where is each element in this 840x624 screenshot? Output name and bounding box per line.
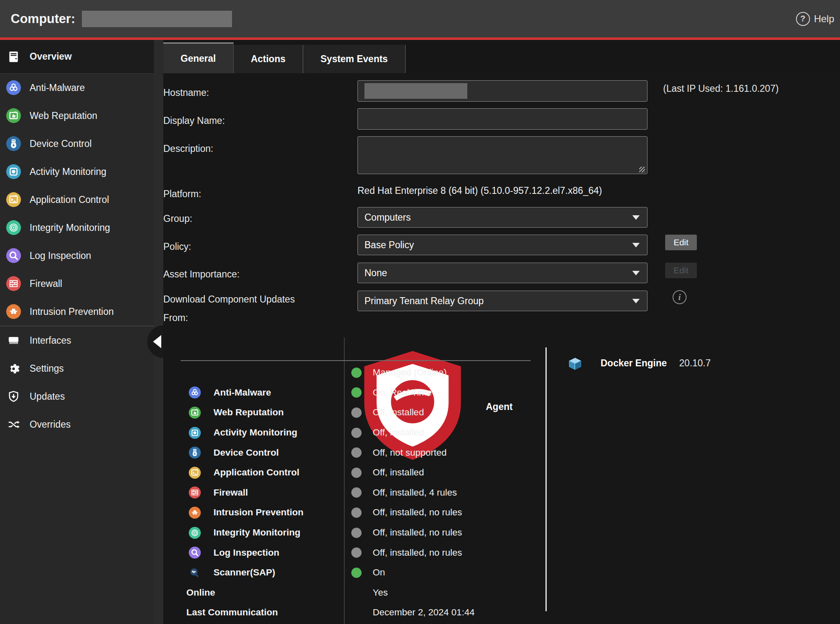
tab-general[interactable]: General — [163, 42, 234, 73]
status-row: Last CommunicationDecember 2, 2024 01:44 — [181, 603, 547, 623]
platform-label: Platform: — [163, 185, 311, 203]
policy-select[interactable]: Base Policy — [357, 235, 647, 255]
chevron-down-icon — [632, 299, 640, 303]
asset-importance-select[interactable]: None — [357, 263, 647, 283]
status-value: On — [373, 567, 385, 578]
settings-icon — [6, 361, 21, 376]
sidebar-item-web-reputation[interactable]: Web Reputation — [0, 102, 154, 130]
docker-engine-name: Docker Engine — [601, 358, 667, 369]
sidebar-item-log-inspection[interactable]: Log Inspection — [0, 242, 154, 270]
status-value: Managed (Online) — [373, 367, 447, 378]
sidebar-item-firewall[interactable]: Firewall — [0, 270, 154, 298]
device-control-icon — [6, 136, 21, 151]
sidebar-item-anti-malware[interactable]: Anti-Malware — [0, 74, 154, 102]
sidebar-item-interfaces[interactable]: Interfaces — [0, 326, 154, 354]
application-control-icon — [188, 466, 201, 479]
status-dot-gray — [351, 547, 362, 558]
sidebar-item-label: Integrity Monitoring — [30, 222, 110, 233]
docker-engine-item: Docker Engine 20.10.7 — [566, 354, 711, 372]
sidebar-item-updates[interactable]: Updates — [0, 382, 154, 410]
main-content: Hostname: (Last IP Used: 1.161.0.207) Di… — [163, 73, 840, 624]
sidebar-item-device-control[interactable]: Device Control — [0, 130, 154, 158]
info-icon[interactable]: i — [673, 290, 687, 304]
table-header-underline — [181, 360, 531, 361]
sidebar-item-label: Overview — [30, 51, 72, 62]
hostname-label: Hostname: — [163, 84, 311, 102]
sidebar-item-integrity-monitoring[interactable]: Integrity Monitoring — [0, 214, 154, 242]
integrity-monitoring-icon — [188, 526, 201, 539]
asset-selected-value: None — [364, 268, 387, 279]
status-row: Anti-MalwareOn, Real Time — [181, 383, 547, 403]
status-row: Application ControlOff, installed — [181, 463, 547, 483]
docker-container-icon — [566, 354, 584, 372]
firewall-icon — [188, 486, 201, 499]
display-name-input[interactable] — [357, 108, 647, 130]
docker-engine-version: 20.10.7 — [679, 358, 711, 369]
resize-grip-icon[interactable] — [639, 167, 645, 172]
computer-name-redacted — [82, 11, 232, 27]
web-reputation-icon — [188, 406, 201, 419]
sidebar-item-label: Settings — [30, 363, 64, 374]
status-row: Managed (Online) — [181, 363, 547, 383]
status-value: Yes — [373, 587, 388, 598]
log-inspection-icon — [188, 546, 201, 559]
status-dot-gray — [351, 468, 362, 478]
display-name-label: Display Name: — [163, 112, 311, 130]
intrusion-prevention-icon — [6, 304, 21, 319]
status-row: Log InspectionOff, installed, no rules — [181, 543, 547, 563]
status-row: Activity MonitoringOff, installed — [181, 423, 547, 443]
policy-label: Policy: — [163, 237, 311, 256]
activity-monitoring-icon — [188, 426, 201, 439]
sidebar-item-settings[interactable]: Settings — [0, 354, 154, 382]
help-icon: ? — [796, 12, 810, 26]
sidebar-item-label: Intrusion Prevention — [30, 306, 114, 317]
activity-monitoring-icon — [6, 164, 21, 179]
sidebar-item-overview[interactable]: Overview — [0, 40, 154, 74]
chevron-left-icon — [153, 335, 161, 348]
group-select[interactable]: Computers — [357, 207, 647, 228]
sidebar-item-overrides[interactable]: Overrides — [0, 410, 154, 438]
help-label: Help — [814, 13, 834, 25]
tab-system-events[interactable]: System Events — [303, 45, 406, 73]
description-label: Description: — [163, 140, 311, 158]
description-textarea[interactable] — [357, 136, 647, 174]
status-dot-gray — [351, 428, 362, 438]
sidebar-item-label: Firewall — [30, 278, 62, 289]
status-dot-green — [351, 368, 362, 378]
download-updates-label: Download Component Updates From: — [163, 290, 311, 327]
module-label: Online — [186, 587, 215, 598]
top-bar: Computer: ? Help — [0, 0, 840, 37]
hostname-redacted — [364, 83, 467, 99]
status-value: Off, not supported — [373, 447, 447, 458]
anti-malware-icon — [188, 386, 201, 399]
chevron-down-icon — [632, 271, 640, 275]
sidebar-item-label: Web Reputation — [30, 110, 97, 121]
relay-group-select[interactable]: Primary Tenant Relay Group — [357, 291, 647, 311]
status-row: Web ReputationOff, installed — [181, 403, 547, 423]
tab-bar: GeneralActionsSystem Events — [163, 40, 840, 73]
status-value: Off, installed, no rules — [373, 527, 462, 538]
sidebar-item-label: Application Control — [30, 194, 109, 205]
help-button[interactable]: ? Help — [796, 0, 834, 37]
platform-value: Red Hat Enterprise 8 (64 bit) (5.10.0-95… — [357, 185, 602, 196]
asset-edit-button-disabled: Edit — [665, 263, 697, 278]
tab-actions[interactable]: Actions — [234, 45, 303, 73]
status-row: FirewallOff, installed, 4 rules — [181, 483, 547, 503]
page-title: Computer: — [11, 12, 75, 26]
sidebar-item-intrusion-prevention[interactable]: Intrusion Prevention — [0, 298, 154, 326]
computer-details-page: Computer: ? Help Overview Anti-Malware W… — [0, 0, 840, 624]
scanner-sap-icon — [188, 566, 201, 579]
policy-edit-button[interactable]: Edit — [665, 235, 697, 250]
module-label: Web Reputation — [213, 407, 284, 418]
module-label: Firewall — [213, 487, 248, 498]
sidebar-item-activity-monitoring[interactable]: Activity Monitoring — [0, 158, 154, 186]
status-value: December 2, 2024 01:44 — [373, 607, 475, 618]
sidebar-item-application-control[interactable]: Application Control — [0, 186, 154, 214]
sidebar-item-label: Anti-Malware — [30, 82, 85, 93]
module-label: Last Communication — [186, 607, 278, 618]
sidebar-item-label: Interfaces — [30, 335, 71, 346]
status-dot-green — [351, 387, 362, 398]
module-label: Application Control — [213, 467, 299, 478]
device-control-icon — [188, 446, 201, 459]
updates-icon — [6, 389, 21, 404]
